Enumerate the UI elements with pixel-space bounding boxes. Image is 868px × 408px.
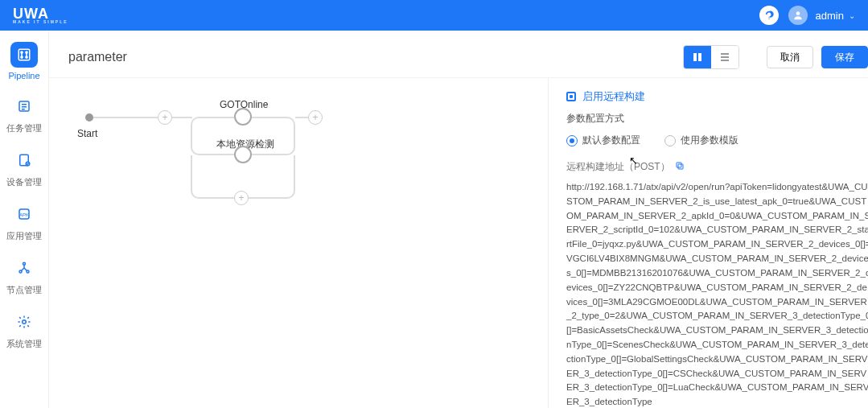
add-branch-button[interactable]: + bbox=[234, 191, 249, 205]
edge bbox=[282, 186, 295, 199]
radio-default-params[interactable]: 默认参数配置 bbox=[566, 134, 640, 147]
edge bbox=[202, 154, 234, 155]
edge bbox=[93, 117, 158, 118]
svg-rect-17 bbox=[721, 53, 729, 55]
edge bbox=[282, 142, 295, 155]
main: parameter 取消 保存 Start bbox=[49, 31, 868, 408]
svg-point-14 bbox=[23, 320, 27, 324]
add-node-button[interactable]: + bbox=[158, 110, 172, 125]
edge bbox=[191, 128, 192, 144]
svg-rect-15 bbox=[693, 53, 697, 61]
svg-text:APK: APK bbox=[19, 212, 29, 217]
save-button[interactable]: 保存 bbox=[821, 46, 868, 68]
remote-build-url: http://192.168.1.71/atx/api/v2/open/run?… bbox=[566, 180, 868, 408]
edge bbox=[252, 154, 284, 155]
view-toggle bbox=[683, 45, 739, 69]
edge bbox=[202, 117, 234, 118]
section-icon bbox=[566, 92, 576, 101]
svg-rect-16 bbox=[698, 53, 701, 61]
edge bbox=[249, 197, 284, 199]
edge bbox=[252, 117, 284, 118]
svg-rect-20 bbox=[678, 164, 683, 169]
logo-subtext: MAKE IT SIMPLE bbox=[13, 20, 68, 24]
app-header: UWA MAKE IT SIMPLE admin ⌄ bbox=[0, 0, 868, 31]
edge bbox=[191, 155, 192, 188]
svg-rect-21 bbox=[677, 163, 681, 167]
config-mode-label: 参数配置方式 bbox=[566, 112, 868, 126]
chevron-down-icon[interactable]: ⌄ bbox=[849, 11, 855, 20]
node-local-resource-check[interactable] bbox=[234, 146, 252, 163]
sidebar-item-system[interactable]: 系统管理 bbox=[0, 304, 48, 356]
sidebar-item-tasks[interactable]: 任务管理 bbox=[0, 89, 48, 141]
cancel-button[interactable]: 取消 bbox=[767, 46, 813, 68]
sidebar-item-label: Pipeline bbox=[8, 71, 39, 80]
node-gotonline[interactable] bbox=[234, 108, 252, 126]
svg-rect-18 bbox=[721, 56, 729, 58]
edge bbox=[294, 155, 295, 188]
config-panel: 启用远程构建 参数配置方式 默认参数配置 使用参数模版 ↖ 远程构建地址（POS… bbox=[548, 78, 868, 408]
sidebar-item-nodes[interactable]: 节点管理 bbox=[0, 250, 48, 303]
view-list-button[interactable] bbox=[711, 46, 738, 68]
edge bbox=[202, 197, 234, 199]
copy-icon[interactable] bbox=[675, 161, 685, 173]
node-label-start: Start bbox=[77, 128, 97, 139]
radio-template-params[interactable]: 使用参数模版 bbox=[664, 134, 738, 147]
edge bbox=[172, 117, 192, 118]
sidebar-item-label: 节点管理 bbox=[6, 284, 42, 296]
radio-label: 使用参数模版 bbox=[681, 134, 738, 147]
sidebar-item-pipeline[interactable]: Pipeline bbox=[0, 37, 48, 87]
view-columns-button[interactable] bbox=[684, 46, 711, 68]
edge bbox=[295, 117, 308, 118]
help-icon[interactable] bbox=[759, 6, 779, 25]
logo: UWA MAKE IT SIMPLE bbox=[13, 7, 68, 24]
url-label-text: 远程构建地址（POST） bbox=[566, 160, 670, 174]
tasks-icon bbox=[10, 93, 38, 119]
nodes-icon bbox=[10, 255, 38, 281]
edge bbox=[191, 117, 204, 130]
radio-label: 默认参数配置 bbox=[582, 134, 640, 147]
panel-section-header: 启用远程构建 bbox=[566, 89, 868, 104]
sidebar-item-apps[interactable]: APK 应用管理 bbox=[0, 196, 48, 249]
panel-resize-handle[interactable] bbox=[548, 227, 551, 259]
edge bbox=[294, 128, 295, 144]
gear-icon bbox=[10, 309, 38, 335]
sidebar-item-label: 系统管理 bbox=[6, 338, 42, 350]
sidebar-item-label: 任务管理 bbox=[6, 122, 42, 134]
svg-rect-19 bbox=[721, 60, 729, 61]
username[interactable]: admin bbox=[816, 10, 844, 22]
devices-icon bbox=[10, 147, 38, 173]
radio-icon bbox=[566, 135, 578, 146]
radio-icon bbox=[664, 135, 676, 146]
sidebar-item-label: 应用管理 bbox=[6, 230, 42, 242]
page-title: parameter bbox=[68, 50, 683, 64]
svg-rect-1 bbox=[19, 49, 30, 60]
flow-canvas[interactable]: Start + GOTOnline 本地资源检 bbox=[49, 78, 548, 408]
title-row: parameter 取消 保存 bbox=[49, 31, 868, 77]
panel-section-title: 启用远程构建 bbox=[582, 89, 645, 104]
logo-text: UWA bbox=[13, 7, 68, 20]
svg-point-11 bbox=[23, 262, 26, 265]
svg-point-0 bbox=[796, 11, 800, 15]
sidebar-item-devices[interactable]: 设备管理 bbox=[0, 142, 48, 195]
apps-icon: APK bbox=[10, 201, 38, 227]
avatar[interactable] bbox=[788, 6, 808, 25]
sidebar-item-label: 设备管理 bbox=[6, 176, 42, 188]
add-node-button[interactable]: + bbox=[308, 110, 323, 125]
node-start-dot[interactable] bbox=[85, 113, 93, 122]
url-field-label: 远程构建地址（POST） bbox=[566, 160, 868, 174]
pipeline-icon bbox=[10, 42, 38, 68]
sidebar: Pipeline 任务管理 设备管理 APK 应用管理 节点管理 bbox=[0, 31, 49, 408]
radio-group-config-mode: 默认参数配置 使用参数模版 bbox=[566, 134, 868, 147]
